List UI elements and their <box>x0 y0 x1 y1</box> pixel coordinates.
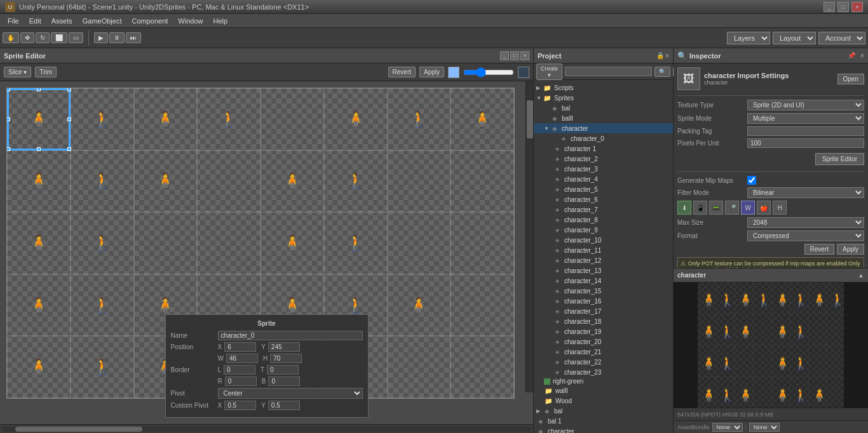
tree-item-char-3[interactable]: ◈ character_3 <box>534 164 673 174</box>
tree-item-char-9[interactable]: ◈ character_9 <box>534 225 673 235</box>
tree-item-scripts[interactable]: ▶ 📁 Scripts <box>534 83 673 93</box>
sprite-cell-2-2[interactable] <box>134 212 198 274</box>
sprite-cell-4-1[interactable]: 🚶 <box>71 336 134 398</box>
menu-edit[interactable]: Edit <box>24 16 46 26</box>
platform-apple-btn[interactable]: 🍎 <box>757 201 771 215</box>
minimize-btn[interactable]: _ <box>824 2 835 12</box>
border-t-input[interactable] <box>267 365 299 375</box>
tree-item-char-23[interactable]: ◈ character_23 <box>534 367 673 377</box>
sprite-cell-2-0[interactable]: 🧍 <box>7 212 71 274</box>
hscroll-thumb[interactable] <box>15 427 142 432</box>
tree-item-char-21[interactable]: ◈ character_21 <box>534 347 673 357</box>
rotate-tool-btn[interactable]: ↻ <box>36 32 50 43</box>
sprite-cell-1-5[interactable]: 🚶 <box>324 150 388 213</box>
se-minimize-btn[interactable]: _ <box>500 51 509 60</box>
color-swatch-1[interactable] <box>448 67 459 78</box>
pos-y-input[interactable] <box>268 342 300 352</box>
hscroll-track[interactable] <box>3 427 531 432</box>
tree-item-wood[interactable]: 📁 Wood <box>534 396 673 406</box>
play-btn[interactable]: ▶ <box>94 32 108 43</box>
menu-gameobject[interactable]: GameObject <box>78 16 127 26</box>
platform-mobile-btn[interactable]: 📱 <box>693 201 707 215</box>
custom-x-input[interactable] <box>224 401 256 410</box>
apply-canvas-btn[interactable]: Apply <box>419 67 444 77</box>
sprite-cell-1-6[interactable] <box>388 150 451 213</box>
packing-tag-input[interactable] <box>747 126 864 136</box>
tree-item-char-5[interactable]: ◈ character_5 <box>534 184 673 194</box>
tree-item-char-10[interactable]: ◈ character_10 <box>534 235 673 245</box>
zoom-slider[interactable] <box>463 69 514 76</box>
sprite-cell-3-7[interactable] <box>451 274 514 336</box>
tree-item-char-1[interactable]: ◈ character 1 <box>534 143 673 154</box>
se-close-btn[interactable]: × <box>520 51 529 60</box>
tree-item-char-14[interactable]: ◈ character_14 <box>534 276 673 286</box>
sprite-cell-3-0[interactable]: 🧍 <box>7 274 71 336</box>
tree-item-char-4[interactable]: ◈ character_4 <box>534 174 673 184</box>
sprite-cell-2-3[interactable] <box>197 212 261 274</box>
revert-canvas-btn[interactable]: Revert <box>388 67 416 77</box>
sprite-cell-1-0[interactable]: 🧍 <box>7 150 71 213</box>
sprite-cell-0-0[interactable]: 🧍 <box>7 88 71 150</box>
border-b-input[interactable] <box>268 376 300 386</box>
ppu-input[interactable] <box>747 138 864 148</box>
format-select[interactable]: Compressed <box>747 230 864 241</box>
close-btn[interactable]: × <box>851 2 863 12</box>
menu-window[interactable]: Window <box>173 16 208 26</box>
sprite-hscroll[interactable] <box>0 424 533 433</box>
sprite-cell-3-6[interactable]: 🧍 <box>388 274 451 336</box>
se-maximize-btn[interactable]: □ <box>510 51 519 60</box>
menu-help[interactable]: Help <box>208 16 233 26</box>
pos-w-input[interactable] <box>226 354 258 363</box>
border-r-input[interactable] <box>225 376 257 386</box>
sprite-cell-4-0[interactable]: 🧍 <box>7 336 71 398</box>
canvas-vscroll[interactable] <box>526 81 533 392</box>
tree-item-balll[interactable]: ◈ balll <box>534 113 673 123</box>
platform-tablet-btn[interactable]: 📟 <box>709 201 723 215</box>
tree-item-right-green[interactable]: right-green <box>534 377 673 385</box>
rect-tool-btn[interactable]: ▭ <box>69 32 83 43</box>
sprite-cell-1-4[interactable]: 🧍 <box>261 150 324 213</box>
sprite-cell-1-2[interactable]: 🧍 <box>134 150 198 213</box>
revert-btn[interactable]: Revert <box>804 244 834 255</box>
tree-item-walll[interactable]: 📁 walll <box>534 385 673 396</box>
tree-item-char-17[interactable]: ◈ character_17 <box>534 306 673 316</box>
sprite-cell-4-7[interactable] <box>451 336 514 398</box>
menu-file[interactable]: File <box>3 16 24 26</box>
platform-mic-btn[interactable]: 🎤 <box>725 201 739 215</box>
maximize-btn[interactable]: □ <box>837 2 849 12</box>
scale-tool-btn[interactable]: ⬜ <box>51 32 67 43</box>
tree-item-bal1[interactable]: ◈ bal 1 <box>534 416 673 426</box>
tree-item-char-11[interactable]: ◈ character_11 <box>534 245 673 255</box>
max-size-select[interactable]: 2048 <box>747 217 864 228</box>
tree-item-char-18[interactable]: ◈ character_18 <box>534 316 673 326</box>
tree-item-char-16[interactable]: ◈ character_16 <box>534 296 673 306</box>
inspector-menu-btn[interactable]: ≡ <box>860 52 864 59</box>
sprite-cell-0-2[interactable]: 🧍 <box>134 88 198 150</box>
platform-win-btn[interactable]: W <box>741 201 755 215</box>
pos-h-input[interactable] <box>270 354 302 363</box>
sprite-cell-0-6[interactable]: 🚶 <box>388 88 451 150</box>
filter-mode-select[interactable]: Bilinear <box>747 187 864 198</box>
tree-item-char-8[interactable]: ◈ character_8 <box>534 215 673 225</box>
sprite-cell-2-4[interactable]: 🧍 <box>261 212 324 274</box>
pause-btn[interactable]: ⏸ <box>109 32 125 43</box>
create-btn[interactable]: Create ▾ <box>536 63 562 80</box>
tree-item-char-15[interactable]: ◈ character_15 <box>534 286 673 296</box>
custom-y-input[interactable] <box>268 401 300 410</box>
tree-item-char-13[interactable]: ◈ character_13 <box>534 265 673 276</box>
tree-item-char-12[interactable]: ◈ character_12 <box>534 255 673 265</box>
sprite-cell-1-7[interactable] <box>451 150 514 213</box>
tree-item-sprites[interactable]: ▼ 📁 Sprites <box>534 93 673 103</box>
sprite-mode-select[interactable]: Multiple <box>747 113 864 124</box>
trim-btn[interactable]: Trim <box>35 67 57 77</box>
tree-item-char-20[interactable]: ◈ character_20 <box>534 336 673 347</box>
layout-dropdown[interactable]: Layout <box>773 32 816 44</box>
sprite-cell-1-3[interactable] <box>197 150 261 213</box>
sprite-cell-2-6[interactable] <box>388 212 451 274</box>
slice-dropdown-btn[interactable]: Slice ▾ <box>4 67 31 77</box>
titlebar-controls[interactable]: _ □ × <box>824 2 863 12</box>
menu-assets[interactable]: Assets <box>46 16 78 26</box>
menu-component[interactable]: Component <box>126 16 173 26</box>
name-input[interactable] <box>218 331 363 340</box>
texture-type-select[interactable]: Sprite (2D and UI) <box>747 100 864 110</box>
